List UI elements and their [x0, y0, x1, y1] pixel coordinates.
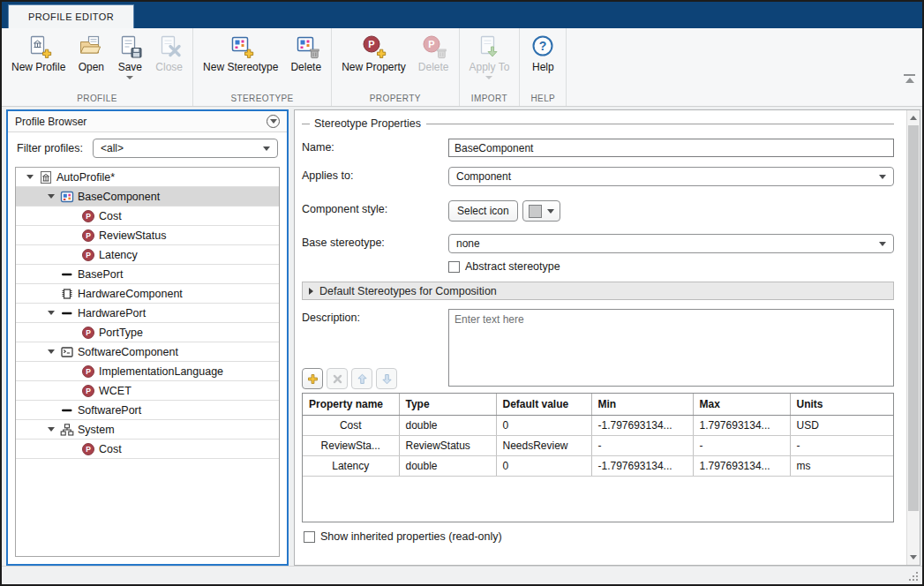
table-cell[interactable]: Cost [303, 416, 399, 436]
tree-item-softwareport[interactable]: SoftwarePort [16, 401, 279, 420]
table-cell[interactable]: ms [790, 456, 894, 477]
new-profile-button[interactable]: New Profile [5, 32, 71, 73]
tree-item-reviewstatus[interactable]: PReviewStatus [16, 226, 279, 245]
property-icon: P [81, 229, 95, 243]
tab-profile-editor[interactable]: PROFILE EDITOR [8, 4, 134, 28]
scroll-up-icon[interactable] [907, 111, 920, 124]
tree-item-latency[interactable]: PLatency [16, 245, 279, 265]
open-button[interactable]: Open [71, 32, 110, 73]
column-header-units[interactable]: Units [790, 394, 894, 416]
tree-item-label: System [78, 424, 115, 436]
delete-button[interactable]: Delete [284, 32, 327, 73]
tree-item-baseport[interactable]: BasePort [16, 265, 279, 284]
collapse-panel-icon[interactable] [267, 115, 280, 128]
applies-to-dropdown[interactable]: Component [448, 167, 894, 186]
tree-item-hardwareport[interactable]: HardwarePort [16, 304, 279, 323]
select-icon-button[interactable]: Select icon [448, 200, 518, 222]
expander-icon[interactable] [42, 194, 60, 199]
tree-item-system[interactable]: System [16, 420, 279, 440]
table-cell[interactable]: double [399, 416, 496, 436]
table-cell[interactable]: - [790, 436, 894, 456]
open-icon [78, 34, 104, 59]
port-icon [60, 267, 74, 282]
tree-item-cost[interactable]: PCost [16, 207, 279, 226]
table-cell[interactable]: USD [790, 416, 894, 436]
column-header-max[interactable]: Max [693, 394, 790, 416]
expander-icon[interactable] [21, 175, 39, 179]
help-button[interactable]: ?Help [523, 32, 562, 73]
port-icon [60, 306, 74, 320]
tree-item-autoprofile[interactable]: AutoProfile* [16, 168, 279, 187]
base-stereotype-dropdown[interactable]: none [448, 234, 894, 253]
tab-profile-editor-label: PROFILE EDITOR [28, 11, 114, 22]
help-icon: ? [530, 34, 556, 59]
table-cell[interactable]: - [693, 436, 790, 456]
filter-profiles-dropdown[interactable]: <all> [93, 139, 278, 158]
delete-property-row-button [327, 368, 348, 389]
tree-item-cost[interactable]: PCost [16, 440, 279, 459]
profile-browser-title: Profile Browser [15, 116, 267, 128]
description-field[interactable] [448, 309, 894, 387]
new-property-button[interactable]: PNew Property [335, 32, 412, 73]
resize-grip[interactable] [909, 572, 918, 581]
table-cell[interactable]: double [399, 456, 496, 477]
expander-icon[interactable] [42, 349, 60, 354]
column-header-default-value[interactable]: Default value [496, 394, 591, 416]
expander-icon[interactable] [42, 427, 60, 432]
tree-item-label: ImplementationLanguage [99, 365, 223, 378]
system-icon [60, 423, 74, 437]
table-cell[interactable]: 1.797693134... [693, 456, 790, 477]
table-cell[interactable]: 0 [496, 456, 591, 477]
tree-item-label: Cost [99, 443, 122, 455]
scroll-down-icon[interactable] [907, 551, 920, 564]
add-property-button[interactable] [302, 368, 323, 389]
tree-item-basecomponent[interactable]: BaseComponent [16, 187, 279, 207]
scrollbar-thumb[interactable] [908, 125, 919, 511]
vertical-scrollbar[interactable] [906, 110, 920, 565]
property-icon: P [81, 384, 95, 398]
apply-to-button: Apply To [463, 32, 516, 79]
new-stereotype-button[interactable]: New Stereotype [197, 32, 284, 73]
profile-tree: AutoProfile*BaseComponentPCostPReviewSta… [15, 167, 280, 557]
expander-icon[interactable] [42, 311, 60, 315]
tree-item-wcet[interactable]: PWCET [16, 381, 279, 401]
chevron-down-icon [879, 175, 886, 179]
table-row: ReviewSta...ReviewStatusNeedsReview--- [303, 436, 894, 456]
table-cell[interactable]: -1.797693134... [591, 416, 693, 436]
svg-text:P: P [86, 445, 91, 454]
default-stereotypes-section[interactable]: Default Stereotypes for Composition [302, 282, 894, 300]
column-header-type[interactable]: Type [399, 394, 496, 416]
name-label: Name: [302, 139, 448, 157]
abstract-stereotype-checkbox[interactable] [448, 261, 460, 273]
column-header-min[interactable]: Min [591, 394, 693, 416]
table-cell[interactable]: 0 [496, 416, 591, 436]
tree-item-implementationlanguage[interactable]: PImplementationLanguage [16, 362, 279, 381]
column-header-property-name[interactable]: Property name [303, 394, 399, 416]
show-inherited-checkbox[interactable] [304, 531, 315, 543]
status-bar [2, 566, 922, 584]
name-field[interactable] [448, 139, 894, 157]
tree-item-porttype[interactable]: PPortType [16, 323, 279, 342]
property-icon: P [81, 442, 95, 456]
toolbar-button-label: Delete [290, 61, 321, 73]
tree-item-softwarecomponent[interactable]: SoftwareComponent [16, 342, 279, 362]
table-cell[interactable]: NeedsReview [496, 436, 591, 456]
stereotype-editor-content: Stereotype Properties Name: Applies to: … [295, 110, 906, 565]
tree-item-hardwarecomponent[interactable]: HardwareComponent [16, 284, 279, 304]
toolbar-section-label: HELP [523, 92, 562, 106]
filter-profiles-value: <all> [101, 142, 263, 154]
table-cell[interactable]: Latency [303, 456, 399, 477]
toolbar-section-import: Apply ToIMPORT [460, 28, 521, 106]
table-cell[interactable]: - [591, 436, 693, 456]
table-cell[interactable]: ReviewSta... [303, 436, 399, 456]
table-cell[interactable]: -1.797693134... [591, 456, 693, 477]
chevron-right-icon [309, 288, 313, 295]
color-picker-dropdown[interactable] [522, 200, 560, 222]
table-cell[interactable]: ReviewStatus [399, 436, 496, 456]
tree-item-label: AutoProfile* [56, 171, 115, 184]
collapse-ribbon-icon[interactable] [904, 74, 915, 83]
save-button[interactable]: Save [110, 32, 149, 79]
port-icon [60, 403, 74, 417]
svg-text:P: P [369, 39, 375, 49]
table-cell[interactable]: 1.797693134... [693, 416, 790, 436]
